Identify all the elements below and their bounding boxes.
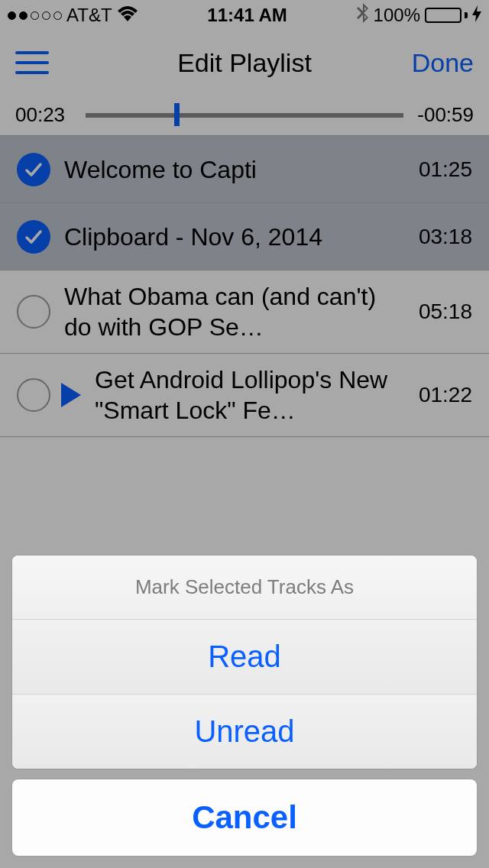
- track-duration: 01:25: [419, 157, 472, 182]
- track-duration: 01:22: [419, 383, 472, 407]
- track-list: Welcome to Capti 01:25 Clipboard - Nov 6…: [0, 136, 489, 437]
- checkbox-off-icon[interactable]: [17, 378, 50, 412]
- scrubber-thumb[interactable]: [174, 103, 180, 126]
- scrubber[interactable]: [86, 108, 403, 123]
- done-button[interactable]: Done: [412, 48, 474, 78]
- elapsed-time: 00:23: [15, 103, 73, 127]
- sheet-title: Mark Selected Tracks As: [12, 555, 477, 620]
- cancel-button[interactable]: Cancel: [12, 779, 477, 856]
- wifi-icon: [117, 5, 138, 26]
- carrier-label: AT&T: [66, 5, 112, 26]
- track-duration: 05:18: [419, 300, 472, 324]
- nav-bar: Edit Playlist Done: [0, 31, 489, 95]
- clock: 11:41 AM: [207, 5, 287, 26]
- track-title: Welcome to Capti: [64, 154, 405, 185]
- remaining-time: -00:59: [416, 103, 474, 127]
- battery-pct: 100%: [374, 5, 420, 26]
- track-duration: 03:18: [419, 225, 472, 249]
- track-title: What Obama can (and can't) do with GOP S…: [64, 281, 405, 342]
- bluetooth-icon: [357, 3, 369, 28]
- track-title: Clipboard - Nov 6, 2014: [64, 222, 405, 252]
- track-row[interactable]: Clipboard - Nov 6, 2014 03:18: [0, 203, 489, 270]
- checkbox-off-icon[interactable]: [17, 295, 50, 329]
- track-row[interactable]: Welcome to Capti 01:25: [0, 136, 489, 203]
- mark-read-button[interactable]: Read: [12, 620, 477, 695]
- checkbox-on-icon[interactable]: [17, 220, 50, 254]
- track-row[interactable]: Get Android Lollipop's New "Smart Lock" …: [0, 354, 489, 437]
- charging-icon: [472, 5, 481, 26]
- checkbox-on-icon[interactable]: [17, 153, 50, 186]
- page-title: Edit Playlist: [177, 48, 312, 78]
- signal-strength-icon: [8, 11, 62, 20]
- now-playing-icon: [61, 383, 81, 407]
- menu-button[interactable]: [15, 51, 49, 74]
- battery-icon: [425, 8, 468, 23]
- status-bar: AT&T 11:41 AM 100%: [0, 0, 489, 31]
- action-sheet: Mark Selected Tracks As Read Unread Canc…: [12, 555, 477, 856]
- track-row[interactable]: What Obama can (and can't) do with GOP S…: [0, 270, 489, 354]
- mark-unread-button[interactable]: Unread: [12, 695, 477, 769]
- track-title: Get Android Lollipop's New "Smart Lock" …: [95, 364, 405, 426]
- playback-progress: 00:23 -00:59: [0, 95, 489, 136]
